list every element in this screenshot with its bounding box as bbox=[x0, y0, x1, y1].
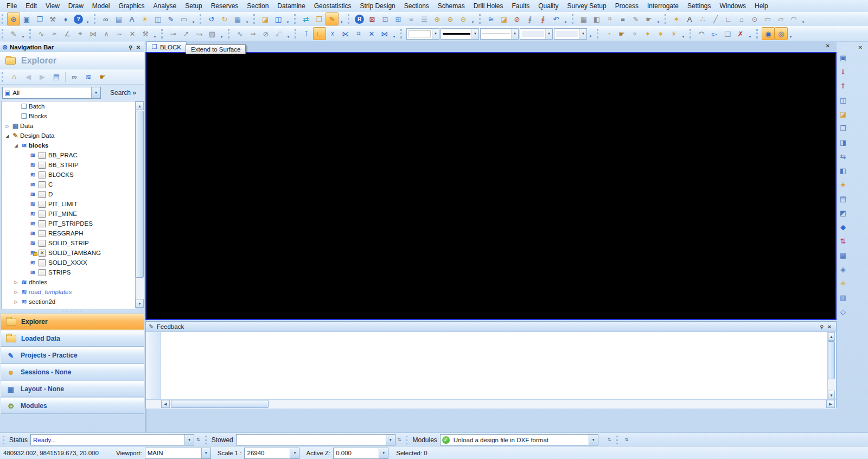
tree-expander-icon[interactable]: ◢ bbox=[12, 143, 20, 148]
polygon-tool-icon[interactable]: ⌂ bbox=[735, 12, 748, 25]
explode-icon[interactable]: ☄ bbox=[272, 27, 285, 40]
zoom-extents-icon[interactable]: ⊠ bbox=[366, 12, 379, 25]
save-display-icon[interactable]: ◫ bbox=[272, 12, 285, 25]
fill-style-icon[interactable]: ◧ bbox=[590, 12, 603, 25]
upload-data-icon[interactable]: ⇑ bbox=[838, 81, 848, 91]
dropdown-arrow-icon[interactable]: ▾ bbox=[471, 29, 478, 39]
search-button[interactable]: Search » bbox=[104, 88, 142, 98]
zoom-in-icon[interactable]: ⊛ bbox=[444, 12, 457, 25]
properties-dialog-icon[interactable]: ▭ bbox=[177, 12, 190, 25]
toolbar-overflow-icon[interactable]: ▾ bbox=[470, 20, 476, 25]
tree-item-pit-limit[interactable]: ≋PIT_LIMIT bbox=[2, 199, 136, 209]
pointer-select-icon[interactable]: ▻ bbox=[708, 27, 721, 40]
deselect-icon[interactable]: ✗ bbox=[734, 27, 747, 40]
menu-item-quality[interactable]: Quality bbox=[534, 1, 563, 11]
open-for-edit-icon[interactable]: ◪ bbox=[497, 12, 510, 25]
contrast-image-icon[interactable]: ◫ bbox=[151, 12, 164, 25]
cascade-windows-icon[interactable]: ❐ bbox=[33, 12, 46, 25]
scrollbar-thumb[interactable] bbox=[828, 341, 835, 379]
panel-bar-projects-practice[interactable]: ✎Projects - Practice bbox=[1, 347, 144, 364]
menu-item-graphics[interactable]: Graphics bbox=[114, 1, 149, 11]
toolbar-grip[interactable] bbox=[665, 14, 668, 24]
scroll-right-icon[interactable]: ▶ bbox=[826, 400, 835, 408]
swap-view-icon[interactable]: ⇆ bbox=[838, 152, 848, 161]
layer-visibility-checkbox[interactable] bbox=[39, 240, 46, 247]
viewport-tab-blocks[interactable]: ❒ BLOCK bbox=[146, 41, 187, 52]
dropdown-arrow-icon[interactable]: ▾ bbox=[379, 448, 388, 458]
snap-mid-icon[interactable]: ⋉ bbox=[339, 27, 352, 40]
addins-icon[interactable]: ♦ bbox=[59, 12, 72, 25]
bright-lights-icon[interactable]: ✦ bbox=[641, 27, 654, 40]
tree-item-section2d[interactable]: ▷≋section2d bbox=[2, 297, 136, 307]
preview-icon[interactable]: ∞ bbox=[67, 71, 81, 84]
section-left-icon[interactable]: ◧ bbox=[838, 166, 848, 175]
menu-item-faults[interactable]: Faults bbox=[508, 1, 534, 11]
tree-item-road-templates[interactable]: ▷≋road_templates bbox=[2, 287, 136, 297]
point-style-dropdown[interactable]: ▾ bbox=[520, 28, 553, 40]
dropdown-arrow-icon[interactable]: ▾ bbox=[579, 29, 586, 39]
scrollbar-thumb[interactable] bbox=[171, 400, 269, 408]
toolbar-grip[interactable] bbox=[406, 436, 410, 444]
point-grid-icon[interactable]: ⌗ bbox=[603, 12, 616, 25]
light-view-icon[interactable]: ☀ bbox=[838, 279, 848, 288]
toolbar-overflow-icon[interactable]: ▾ bbox=[190, 20, 196, 25]
pick-hand-icon[interactable]: ☛ bbox=[615, 27, 628, 40]
tree-item-pit-mine[interactable]: ≋PIT_MINE bbox=[2, 209, 136, 219]
toolbar-overflow-icon[interactable]: ▾ bbox=[588, 34, 593, 40]
customise-tools-icon[interactable]: ⚒ bbox=[46, 12, 59, 25]
extend-string-icon[interactable]: ⊸ bbox=[167, 27, 180, 40]
snap-corner-icon[interactable]: ∟ bbox=[313, 27, 326, 40]
split-view-icon[interactable]: ◫ bbox=[838, 95, 848, 105]
toolbar-overflow-icon[interactable]: ▾ bbox=[20, 35, 26, 40]
visual-inspect-icon[interactable]: ∞ bbox=[99, 12, 112, 25]
viewport-canvas[interactable] bbox=[145, 52, 837, 320]
toolbar-grip[interactable] bbox=[294, 14, 298, 24]
toolbar-overflow-icon[interactable]: ⇅ bbox=[608, 438, 611, 442]
menu-item-survey-setup[interactable]: Survey Setup bbox=[563, 1, 611, 11]
menu-item-help[interactable]: Help bbox=[750, 1, 773, 11]
grab-data-icon[interactable]: ☛ bbox=[95, 71, 110, 84]
snap-vertical-icon[interactable]: ⊺ bbox=[300, 27, 313, 40]
menu-item-interrogate[interactable]: Interrogate bbox=[643, 1, 683, 11]
grid-display-icon[interactable]: ▦ bbox=[577, 12, 590, 25]
menu-item-sections[interactable]: Sections bbox=[400, 1, 433, 11]
feedback-horizontal-scrollbar[interactable]: ◀ ▶ bbox=[146, 399, 836, 409]
circle-tool-icon[interactable]: ⊙ bbox=[748, 12, 761, 25]
stowed-dropdown[interactable]: ▾ bbox=[236, 434, 395, 445]
feedback-vertical-scrollbar[interactable]: ▲ ▼ bbox=[827, 332, 836, 399]
text-tool-icon[interactable]: A bbox=[683, 12, 696, 25]
tree-item-blocks[interactable]: ◢≋blocks bbox=[2, 141, 136, 150]
toolbar-overflow-icon[interactable]: ▾ bbox=[788, 35, 794, 40]
toolbar-grip[interactable] bbox=[400, 29, 404, 39]
layer-visibility-checkbox[interactable] bbox=[39, 259, 46, 266]
toolbar-grip[interactable] bbox=[200, 14, 203, 24]
show-nodes-icon[interactable]: ◎ bbox=[775, 27, 788, 40]
menu-item-view[interactable]: View bbox=[41, 1, 64, 11]
new-layer-icon[interactable]: ✦ bbox=[670, 12, 683, 25]
tree-item-solid-strip[interactable]: ≋SOLID_STRIP bbox=[2, 238, 136, 248]
solid-view-icon[interactable]: ◆ bbox=[838, 222, 848, 232]
forward-icon[interactable]: ▶ bbox=[35, 71, 49, 84]
toolbar-grip[interactable] bbox=[2, 72, 5, 82]
corner-view-icon[interactable]: ◩ bbox=[838, 208, 848, 218]
spline-icon[interactable]: ∼ bbox=[113, 27, 126, 40]
load-display-icon[interactable]: ◪ bbox=[259, 12, 272, 25]
menu-item-strip-design[interactable]: Strip Design bbox=[355, 1, 399, 11]
rectangle-tool-icon[interactable]: ▭ bbox=[761, 12, 774, 25]
point-snap-icon[interactable]: ⌖ bbox=[74, 27, 87, 40]
parallelogram-tool-icon[interactable]: ▱ bbox=[774, 12, 787, 25]
unload-layers-icon[interactable]: ⊘ bbox=[510, 12, 524, 25]
close-viewport-icon[interactable]: ✕ bbox=[826, 43, 830, 49]
surface-project-icon[interactable]: ▨ bbox=[206, 27, 219, 40]
toolbar-grip[interactable] bbox=[253, 14, 257, 24]
toolbar-overflow-icon[interactable]: ⇅ bbox=[625, 438, 629, 442]
scope-dropdown[interactable]: ▣ All ▾ bbox=[2, 87, 101, 99]
hatch-view-icon[interactable]: ▥ bbox=[838, 293, 848, 302]
table-view-icon[interactable]: ▤ bbox=[838, 194, 848, 203]
scale-dropdown[interactable]: 26940 ▾ bbox=[244, 448, 299, 459]
back-icon[interactable]: ◀ bbox=[21, 71, 35, 84]
dropdown-arrow-icon[interactable]: ▾ bbox=[432, 29, 439, 39]
symbol-style-dropdown[interactable]: ▾ bbox=[554, 28, 587, 40]
toolbar-grip[interactable] bbox=[616, 436, 620, 444]
toolbar-grip[interactable] bbox=[690, 29, 693, 39]
